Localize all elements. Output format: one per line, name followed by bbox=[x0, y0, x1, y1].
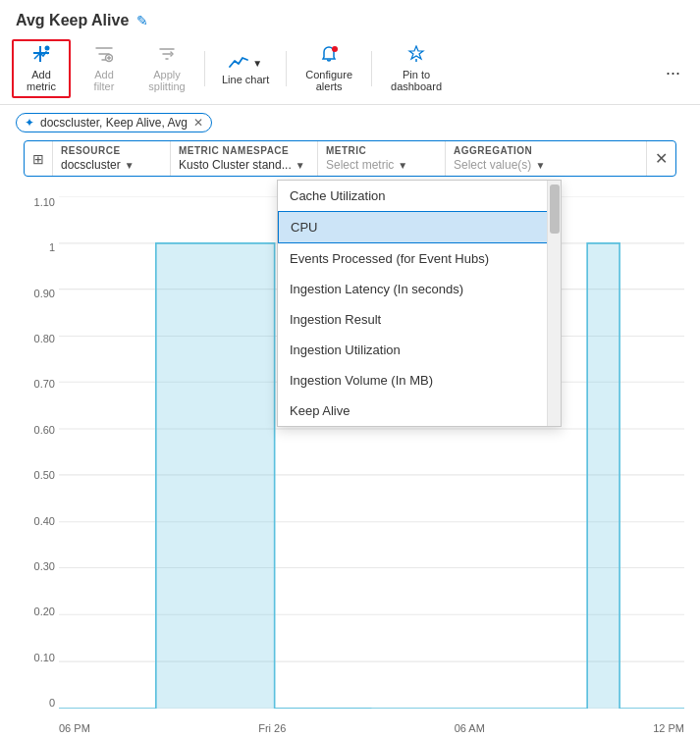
metric-cell: METRIC Select metric ▼ bbox=[318, 141, 446, 176]
configure-alerts-button[interactable]: Configurealerts bbox=[295, 40, 363, 97]
y-axis: 1.1010.900.800.700.600.500.400.300.200.1… bbox=[8, 196, 55, 709]
svg-point-4 bbox=[332, 46, 338, 52]
add-filter-label: Addfilter bbox=[94, 69, 115, 92]
resource-value: docscluster bbox=[61, 158, 121, 172]
aggregation-placeholder: Select value(s) bbox=[454, 158, 531, 172]
x-axis-label: 06 AM bbox=[455, 722, 485, 734]
add-metric-icon bbox=[32, 45, 50, 67]
x-axis-label: 06 PM bbox=[59, 722, 90, 734]
tag-row: ✦ docscluster, Keep Alive, Avg ✕ bbox=[0, 105, 700, 140]
resource-label: RESOURCE bbox=[61, 145, 162, 156]
add-filter-button[interactable]: Addfilter bbox=[75, 40, 134, 97]
toolbar-sep-3 bbox=[371, 51, 372, 86]
scrollbar-thumb bbox=[550, 184, 560, 234]
namespace-arrow: ▼ bbox=[296, 160, 305, 171]
apply-splitting-label: Applysplitting bbox=[148, 69, 185, 92]
add-metric-label: Addmetric bbox=[27, 69, 56, 92]
y-axis-label: 0 bbox=[49, 697, 55, 709]
y-axis-label: 0.30 bbox=[34, 560, 55, 572]
grid-icon: ⊞ bbox=[32, 151, 44, 167]
dropdown-items-container: Cache UtilizationCPUEvents Processed (fo… bbox=[278, 181, 561, 426]
y-axis-label: 0.50 bbox=[34, 469, 55, 481]
line-chart-arrow: ▼ bbox=[252, 58, 262, 69]
more-options-button[interactable]: ... bbox=[658, 55, 688, 83]
resource-cell: RESOURCE docscluster ▼ bbox=[53, 141, 171, 176]
x-axis: 06 PMFri 2606 AM12 PM bbox=[59, 722, 684, 734]
configure-alerts-label: Configurealerts bbox=[305, 69, 352, 92]
svg-marker-19 bbox=[587, 243, 619, 709]
y-axis-label: 0.20 bbox=[34, 606, 55, 617]
add-metric-button[interactable]: Addmetric bbox=[12, 39, 71, 98]
aggregation-arrow: ▼ bbox=[535, 160, 545, 171]
page-header: Avg Keep Alive ✎ bbox=[0, 0, 700, 33]
dropdown-item[interactable]: Ingestion Volume (In MB) bbox=[278, 365, 561, 395]
metric-label: METRIC bbox=[326, 145, 437, 156]
dropdown-item[interactable]: Cache Utilization bbox=[278, 181, 561, 211]
page-container: Avg Keep Alive ✎ Addmetric bbox=[0, 0, 700, 738]
pin-to-dashboard-icon bbox=[407, 45, 425, 67]
toolbar: Addmetric Addfilter Applysplitting bbox=[0, 33, 700, 105]
toolbar-sep-1 bbox=[204, 51, 205, 86]
selector-icon-cell: ⊞ bbox=[25, 141, 53, 176]
x-axis-label: Fri 26 bbox=[258, 722, 286, 734]
tag-close-button[interactable]: ✕ bbox=[193, 116, 203, 130]
tag-label: docscluster, Keep Alive, Avg bbox=[40, 116, 188, 130]
add-filter-icon bbox=[95, 45, 113, 67]
line-chart-button[interactable]: ▼ Line chart bbox=[213, 48, 278, 90]
y-axis-label: 1.10 bbox=[34, 196, 55, 208]
namespace-label: METRIC NAMESPACE bbox=[179, 145, 309, 156]
resource-arrow: ▼ bbox=[125, 160, 135, 171]
dropdown-item[interactable]: Events Processed (for Event Hubs) bbox=[278, 243, 561, 274]
y-axis-label: 0.10 bbox=[34, 652, 55, 663]
y-axis-label: 0.90 bbox=[34, 288, 55, 299]
y-axis-label: 0.40 bbox=[34, 515, 55, 527]
apply-splitting-button[interactable]: Applysplitting bbox=[137, 40, 196, 97]
toolbar-sep-2 bbox=[286, 51, 287, 86]
metric-dropdown-menu: Cache UtilizationCPUEvents Processed (fo… bbox=[277, 180, 562, 427]
configure-alerts-icon bbox=[319, 45, 339, 67]
namespace-cell: METRIC NAMESPACE Kusto Cluster stand... … bbox=[171, 141, 318, 176]
dropdown-item[interactable]: Ingestion Utilization bbox=[278, 335, 561, 365]
resource-dropdown[interactable]: docscluster ▼ bbox=[61, 158, 162, 172]
metric-tag: ✦ docscluster, Keep Alive, Avg ✕ bbox=[16, 113, 212, 132]
dropdown-item[interactable]: Ingestion Result bbox=[278, 304, 561, 335]
selector-row: ⊞ RESOURCE docscluster ▼ METRIC NAMESPAC… bbox=[24, 140, 676, 177]
namespace-value: Kusto Cluster stand... bbox=[179, 158, 292, 172]
aggregation-dropdown[interactable]: Select value(s) ▼ bbox=[454, 158, 638, 172]
dropdown-item[interactable]: Ingestion Latency (In seconds) bbox=[278, 274, 561, 304]
page-title: Avg Keep Alive bbox=[16, 12, 129, 29]
dropdown-item[interactable]: CPU bbox=[278, 211, 561, 243]
aggregation-label: AGGREGATION bbox=[454, 145, 638, 156]
tag-icon: ✦ bbox=[25, 116, 34, 130]
namespace-dropdown[interactable]: Kusto Cluster stand... ▼ bbox=[179, 158, 309, 172]
y-axis-label: 1 bbox=[49, 241, 55, 253]
y-axis-label: 0.80 bbox=[34, 333, 55, 344]
y-axis-label: 0.70 bbox=[34, 378, 55, 390]
metric-arrow: ▼ bbox=[398, 160, 407, 171]
y-axis-label: 0.60 bbox=[34, 424, 55, 436]
close-selector-button[interactable]: ✕ bbox=[647, 141, 675, 176]
pin-to-dashboard-label: Pin todashboard bbox=[391, 69, 442, 92]
metric-dropdown-trigger[interactable]: Select metric ▼ bbox=[326, 158, 437, 172]
metric-placeholder: Select metric bbox=[326, 158, 394, 172]
x-axis-label: 12 PM bbox=[653, 722, 684, 734]
pin-to-dashboard-button[interactable]: Pin todashboard bbox=[380, 40, 453, 97]
edit-icon[interactable]: ✎ bbox=[136, 13, 148, 28]
dropdown-scrollbar[interactable] bbox=[547, 181, 561, 426]
line-chart-label: Line chart bbox=[222, 74, 269, 85]
svg-marker-18 bbox=[156, 243, 275, 709]
apply-splitting-icon bbox=[158, 45, 176, 67]
dropdown-item[interactable]: Keep Alive bbox=[278, 395, 561, 426]
aggregation-cell: AGGREGATION Select value(s) ▼ bbox=[446, 141, 647, 176]
svg-point-2 bbox=[45, 46, 50, 51]
line-chart-icon bbox=[229, 53, 248, 74]
